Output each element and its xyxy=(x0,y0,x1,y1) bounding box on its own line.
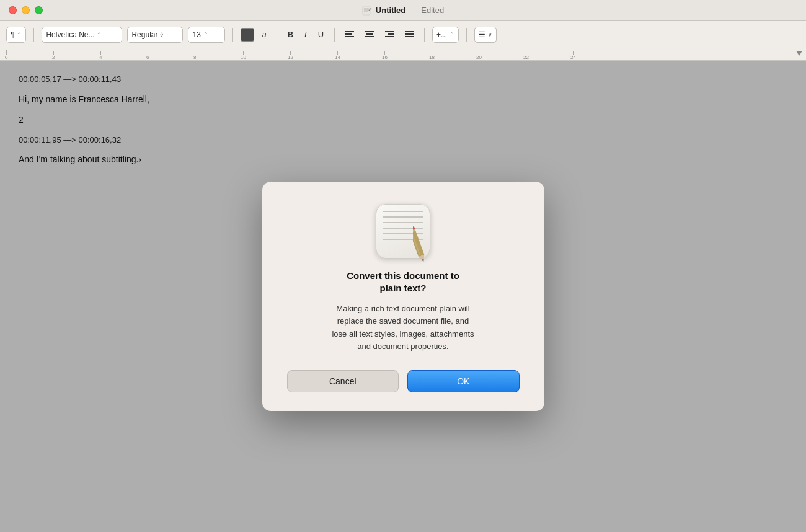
window-title: Untitled xyxy=(376,6,405,15)
modal-title: Convert this document to plain text? xyxy=(347,270,459,294)
divider-5 xyxy=(424,28,425,42)
modal-overlay: Convert this document to plain text? Mak… xyxy=(0,61,806,532)
svg-rect-15 xyxy=(405,33,414,35)
divider-3 xyxy=(277,28,277,42)
align-right-icon xyxy=(385,31,394,38)
textedit-icon xyxy=(376,204,430,259)
font-size-chevron: ⌃ xyxy=(203,32,208,38)
bold-button[interactable]: B xyxy=(285,28,296,41)
more-select[interactable]: +... ⌃ xyxy=(432,27,459,43)
font-family-chevron: ⌃ xyxy=(97,32,102,38)
window-controls xyxy=(0,6,43,14)
svg-rect-16 xyxy=(405,36,414,37)
align-left-icon xyxy=(345,31,354,38)
modal-app-icon xyxy=(376,204,430,259)
font-char-button[interactable]: a xyxy=(262,30,266,39)
font-style-label: Regular xyxy=(131,30,157,39)
more-label: +... xyxy=(436,30,447,39)
align-center-icon xyxy=(365,31,374,38)
align-justify-icon xyxy=(405,31,414,38)
paragraph-style-select[interactable]: ¶ ⌃ xyxy=(6,27,26,43)
svg-rect-10 xyxy=(365,36,374,37)
svg-rect-13 xyxy=(385,36,394,37)
title-bar: Untitled — Edited xyxy=(0,0,806,21)
svg-rect-5 xyxy=(345,31,354,32)
svg-rect-14 xyxy=(405,31,414,32)
divider-1 xyxy=(33,28,34,42)
close-button[interactable] xyxy=(9,6,17,14)
list-icon: ☰ xyxy=(479,30,485,39)
window-edited-label: Edited xyxy=(421,6,444,15)
modal-body: Making a rich text document plain will r… xyxy=(332,303,474,353)
svg-rect-11 xyxy=(385,31,394,32)
window-title-separator: — xyxy=(409,6,417,15)
app-icon-small xyxy=(362,6,372,16)
font-family-select[interactable]: Helvetica Ne... ⌃ xyxy=(42,27,122,43)
maximize-button[interactable] xyxy=(35,6,43,14)
font-size-select[interactable]: 13 ⌃ xyxy=(188,27,225,43)
cancel-button[interactable]: Cancel xyxy=(287,370,399,392)
toolbar: ¶ ⌃ Helvetica Ne... ⌃ Regular ◊ 13 ⌃ a B… xyxy=(0,21,806,48)
document-area[interactable]: 00:00:05,17 —> 00:00:11,43 Hi, my name i… xyxy=(0,61,806,532)
italic-button[interactable]: I xyxy=(301,28,310,41)
divider-2 xyxy=(232,28,233,42)
underline-button[interactable]: U xyxy=(315,28,327,41)
divider-6 xyxy=(466,28,467,42)
svg-rect-7 xyxy=(345,36,354,37)
list-select[interactable]: ☰ ∨ xyxy=(474,27,497,43)
ok-button[interactable]: OK xyxy=(407,370,520,392)
font-size-label: 13 xyxy=(192,30,200,39)
font-family-label: Helvetica Ne... xyxy=(46,30,94,39)
svg-rect-12 xyxy=(388,33,394,35)
pencil-icon xyxy=(413,223,433,263)
align-left-button[interactable] xyxy=(342,29,357,40)
align-justify-button[interactable] xyxy=(402,29,417,40)
minimize-button[interactable] xyxy=(22,6,30,14)
svg-rect-6 xyxy=(345,33,352,35)
title-bar-center: Untitled — Edited xyxy=(362,6,444,16)
align-right-button[interactable] xyxy=(382,29,397,40)
divider-4 xyxy=(334,28,335,42)
ruler: 0 2 4 6 8 10 12 14 xyxy=(0,48,806,61)
paragraph-chevron: ⌃ xyxy=(17,32,22,38)
modal-buttons: Cancel OK xyxy=(287,370,520,392)
modal-dialog: Convert this document to plain text? Mak… xyxy=(262,182,544,411)
align-center-button[interactable] xyxy=(362,29,377,40)
svg-rect-8 xyxy=(365,31,374,32)
font-style-select[interactable]: Regular ◊ xyxy=(127,27,183,43)
font-style-chevron: ◊ xyxy=(160,32,162,38)
paragraph-icon: ¶ xyxy=(11,30,14,39)
svg-rect-9 xyxy=(366,33,373,35)
color-swatch[interactable] xyxy=(241,28,254,42)
